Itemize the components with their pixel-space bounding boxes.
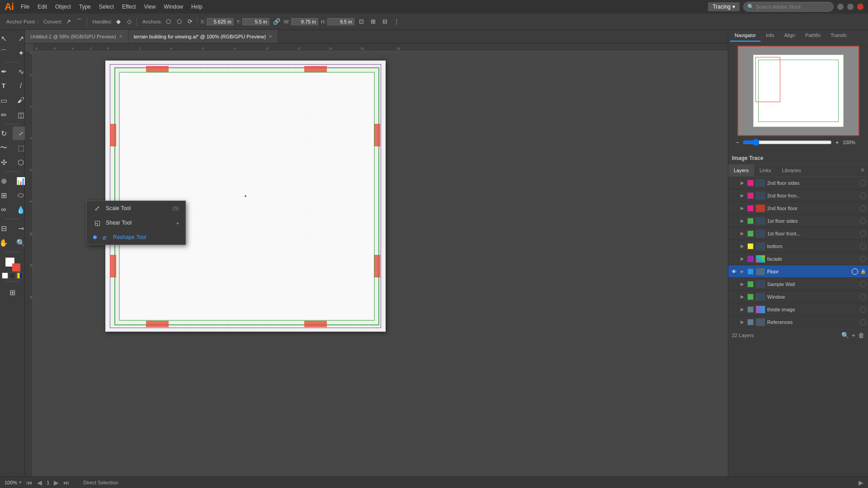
- expand-icon[interactable]: ▶: [739, 294, 745, 299]
- tab-pathfinder[interactable]: Pathfin: [801, 30, 825, 42]
- tab-navigator[interactable]: Navigator: [730, 30, 760, 42]
- layer-target[interactable]: [860, 230, 866, 237]
- expand-icon[interactable]: ▶: [739, 307, 745, 312]
- align-icon3[interactable]: ⋮: [392, 17, 401, 26]
- selection-tool[interactable]: ↖: [0, 32, 12, 45]
- nav-next-btn[interactable]: ▶: [54, 479, 59, 486]
- layer-2nd-floor-front[interactable]: ▶ 2nd floor fron...: [728, 189, 868, 202]
- zoom-slider[interactable]: [743, 139, 832, 146]
- x-input[interactable]: [207, 18, 234, 25]
- search-layers-icon[interactable]: 🔍: [841, 332, 849, 339]
- menu-object[interactable]: Object: [52, 3, 75, 11]
- layer-references[interactable]: ▶ References: [728, 316, 868, 328]
- layer-target[interactable]: [860, 294, 866, 300]
- layer-target[interactable]: [860, 281, 866, 287]
- tab-terrain-close[interactable]: ✕: [269, 34, 272, 39]
- constrain-icon[interactable]: ⊡: [357, 17, 366, 26]
- hand-tool[interactable]: ✋: [0, 236, 12, 249]
- tab-info[interactable]: Info: [761, 30, 778, 42]
- search-stock-input[interactable]: 🔍 Search Adobe Stock: [743, 2, 834, 12]
- tracing-button[interactable]: Navigator Tracing ▾: [708, 2, 740, 11]
- menu-select[interactable]: Select: [95, 3, 118, 11]
- layer-facade[interactable]: ▶ facade: [728, 253, 868, 265]
- reshape-tool-menu-item[interactable]: ⌀ Reshape Tool: [87, 230, 185, 244]
- layer-target[interactable]: [860, 205, 866, 211]
- w-input[interactable]: [291, 18, 318, 25]
- puppet-warp-tool[interactable]: ✣: [0, 155, 12, 169]
- add-layer-icon[interactable]: +: [852, 332, 855, 339]
- maximize-button[interactable]: [847, 4, 854, 10]
- layer-1st-floor-sides[interactable]: ▶ 1st floor sides: [728, 215, 868, 227]
- layer-thistle-image[interactable]: ▶ thistle image: [728, 303, 868, 316]
- align-icon1[interactable]: ⊞: [369, 17, 378, 26]
- layers-panel-menu[interactable]: ≡: [857, 164, 868, 176]
- layer-bottom[interactable]: ▶ bottom: [728, 240, 868, 253]
- shear-tool-menu-item[interactable]: ◱ Shear Tool ▸: [87, 216, 185, 230]
- handles-icon1[interactable]: ◆: [114, 17, 123, 26]
- layer-target[interactable]: [852, 268, 858, 275]
- warp-tool[interactable]: 〜: [0, 141, 12, 155]
- expand-icon[interactable]: ▶: [739, 282, 745, 286]
- layer-sample-wall[interactable]: ▶ Sample Wall: [728, 278, 868, 291]
- rotate-tool[interactable]: ↻: [0, 127, 12, 140]
- libraries-tab[interactable]: Libraries: [777, 164, 807, 176]
- gradient-swatch[interactable]: [16, 272, 23, 279]
- tab-transform[interactable]: Transfc: [826, 30, 851, 42]
- expand-icon[interactable]: ▶: [739, 218, 745, 223]
- anchors-icon3[interactable]: ⟳: [185, 17, 194, 26]
- expand-icon[interactable]: ▶: [739, 256, 745, 261]
- pencil-tool[interactable]: ✏: [0, 108, 12, 122]
- tab-untitled-close[interactable]: ✕: [119, 34, 123, 39]
- zoom-dropdown[interactable]: ▾: [19, 479, 22, 485]
- nav-prev-btn[interactable]: ◀: [37, 479, 42, 486]
- mesh-tool[interactable]: ⊞: [0, 188, 12, 202]
- nav-start-btn[interactable]: ⏮: [26, 479, 33, 486]
- rectangle-tool[interactable]: ▭: [0, 94, 12, 107]
- layer-floor[interactable]: 👁 ▶ Floor 🔒: [728, 265, 868, 278]
- stroke-swatch[interactable]: [12, 263, 20, 272]
- expand-icon[interactable]: ▶: [739, 244, 745, 249]
- layer-2nd-floor-sides[interactable]: ▶ 2nd floor sides: [728, 177, 868, 189]
- lock-icon[interactable]: 🔒: [860, 268, 866, 275]
- nav-end-btn[interactable]: ⏭: [63, 479, 70, 486]
- convert-icon2[interactable]: ⌒: [75, 17, 84, 26]
- scale-tool-menu-item[interactable]: ⤢ Scale Tool (S): [87, 201, 185, 216]
- canvas-scroll[interactable]: -8 -6 -4 -2 0 2 4 6 8 10 12 14 16 18 -2 …: [25, 43, 728, 476]
- type-tool[interactable]: T: [0, 79, 12, 93]
- layer-target[interactable]: [860, 243, 866, 249]
- layer-2nd-floor-floor[interactable]: ▶ 2nd floor floor: [728, 202, 868, 215]
- blend-tool[interactable]: ∞: [0, 203, 12, 216]
- canvas-content[interactable]: ⤢ Scale Tool (S) ◱ Shear Tool ▸ ⌀ Reshap…: [33, 52, 728, 476]
- layer-target[interactable]: [860, 218, 866, 224]
- artboard-tool[interactable]: ⊟: [0, 221, 12, 235]
- handles-icon2[interactable]: ◇: [125, 17, 134, 26]
- expand-icon[interactable]: ▶: [739, 319, 745, 324]
- links-tab[interactable]: Links: [754, 164, 777, 176]
- expand-icon[interactable]: ▶: [739, 269, 745, 274]
- close-button[interactable]: [857, 4, 863, 10]
- expand-icon[interactable]: ▶: [739, 206, 745, 211]
- menu-effect[interactable]: Effect: [118, 3, 139, 11]
- tab-align[interactable]: Align: [779, 30, 799, 42]
- menu-view[interactable]: View: [141, 3, 160, 11]
- screen-mode-btn[interactable]: ⊞: [4, 286, 20, 299]
- layer-target[interactable]: [860, 256, 866, 262]
- none-swatch[interactable]: [2, 272, 8, 279]
- minimize-button[interactable]: [837, 4, 844, 10]
- navigator-canvas[interactable]: [737, 46, 859, 136]
- layer-target[interactable]: [860, 192, 866, 199]
- convert-icon1[interactable]: ↗: [64, 17, 73, 26]
- expand-icon[interactable]: ▶: [739, 193, 745, 198]
- layer-window[interactable]: ▶ Window: [728, 291, 868, 303]
- layer-vis-icon[interactable]: 👁: [730, 269, 737, 274]
- tab-terrain[interactable]: terrain building for viewing.ai* @ 100% …: [128, 30, 278, 43]
- expand-icon[interactable]: ▶: [739, 180, 745, 185]
- layer-target[interactable]: [860, 180, 866, 186]
- h-input[interactable]: [327, 18, 354, 25]
- layer-target[interactable]: [860, 319, 866, 325]
- zoom-in-icon[interactable]: +: [835, 139, 839, 146]
- layer-target[interactable]: [860, 306, 866, 313]
- menu-edit[interactable]: Edit: [34, 3, 51, 11]
- symbol-sprayer-tool[interactable]: ⊕: [0, 174, 12, 188]
- menu-type[interactable]: Type: [75, 3, 94, 11]
